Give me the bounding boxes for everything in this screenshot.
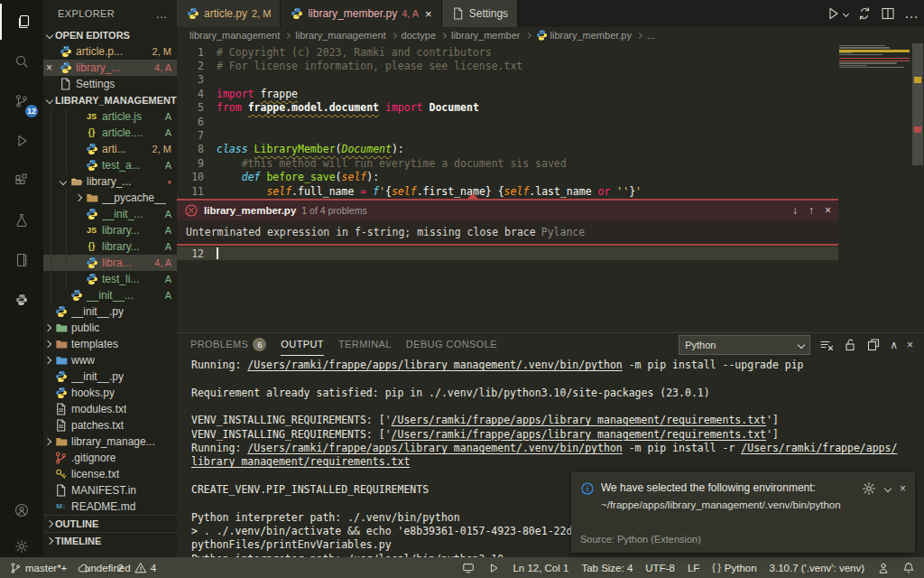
- split-editor-icon[interactable]: [881, 6, 895, 21]
- breadcrumb-item[interactable]: library_management: [189, 30, 280, 41]
- next-problem-icon[interactable]: ↓: [792, 204, 798, 217]
- tree-item[interactable]: MANIFEST.in: [43, 482, 177, 499]
- run-icon[interactable]: [826, 6, 840, 21]
- tree-item[interactable]: modules.txt: [43, 401, 177, 417]
- output-path-link[interactable]: /Users/ramki/frappe/apps/: [741, 442, 897, 454]
- chevron-down-icon[interactable]: [884, 485, 892, 492]
- output-path-link[interactable]: /Users/ramki/frappe/apps/library_managem…: [247, 359, 622, 371]
- tab-library_member-py[interactable]: library_member.py4, A×: [281, 0, 441, 27]
- tree-item[interactable]: {}article....A: [43, 125, 177, 141]
- tree-item[interactable]: test_li...A: [43, 271, 177, 287]
- tree-item[interactable]: library_...●: [43, 173, 177, 190]
- current-line[interactable]: 12: [177, 247, 838, 260]
- activity-item-source-control[interactable]: 12: [0, 83, 43, 119]
- sync-changes-icon[interactable]: [857, 6, 872, 21]
- tree-item[interactable]: {}library...A: [43, 238, 177, 255]
- tree-item[interactable]: __pycache__: [43, 190, 177, 206]
- tree-item[interactable]: __init__.py: [43, 368, 177, 385]
- unlock-icon[interactable]: [843, 338, 857, 352]
- run-dropdown-icon[interactable]: [843, 10, 849, 16]
- close-tab-icon[interactable]: ×: [425, 7, 432, 21]
- tree-item[interactable]: __init__.py: [43, 303, 177, 320]
- maximize-panel-icon[interactable]: ∧: [890, 339, 898, 351]
- open-editor-item[interactable]: Settings: [43, 76, 177, 92]
- panel-tab-output[interactable]: OUTPUT: [281, 333, 324, 356]
- activity-item-search[interactable]: [0, 43, 43, 79]
- activity-item-explorer[interactable]: [0, 4, 45, 40]
- previous-problem-icon[interactable]: ↑: [808, 204, 814, 217]
- activity-item-run-debug[interactable]: [0, 123, 43, 159]
- open-editor-item[interactable]: article.p...2, M: [43, 43, 177, 60]
- activity-item-notebook[interactable]: [0, 242, 43, 278]
- output-path-link[interactable]: /Users/ramki/frappe/apps/library_managem…: [392, 428, 766, 441]
- open-editors-header[interactable]: OPEN EDITORS: [43, 27, 177, 43]
- tree-item[interactable]: templates: [43, 336, 177, 352]
- status-3-10-7-venv-venv-[interactable]: 3.10.7 ('.venv': venv): [770, 563, 864, 573]
- notification-settings-icon[interactable]: [862, 481, 876, 496]
- status-2[interactable]: undefined2: [101, 563, 123, 573]
- more-actions-icon[interactable]: …: [904, 5, 919, 22]
- breadcrumb-item[interactable]: library_management: [295, 30, 385, 41]
- close-peek-icon[interactable]: ×: [825, 204, 831, 217]
- activity-item-account[interactable]: [0, 492, 43, 528]
- output-path-link[interactable]: /Users/ramki/frappe/apps/library_managem…: [247, 442, 622, 454]
- tree-item[interactable]: __init__...A: [43, 287, 177, 303]
- close-editor-icon[interactable]: ×: [43, 61, 55, 74]
- status-lf[interactable]: LF: [688, 563, 699, 573]
- close-panel-icon[interactable]: ×: [907, 339, 913, 351]
- tab-article-py[interactable]: article.py2, M: [177, 0, 281, 27]
- breadcrumb[interactable]: library_managementlibrary_managementdoct…: [177, 27, 924, 43]
- tree-item[interactable]: test_a...A: [43, 157, 177, 173]
- status-utf-8[interactable]: UTF-8: [645, 563, 675, 573]
- tab-settings[interactable]: Settings: [442, 0, 518, 27]
- clear-output-icon[interactable]: [819, 338, 834, 352]
- breadcrumb-item[interactable]: library_member.py: [550, 30, 632, 41]
- status-monitor[interactable]: [462, 561, 475, 575]
- timeline-section-header[interactable]: TIMELINE: [43, 532, 177, 549]
- tree-item[interactable]: __init_...A: [43, 206, 177, 222]
- outline-section-header[interactable]: OUTLINE: [43, 515, 177, 532]
- panel-tab-problems[interactable]: PROBLEMS6: [190, 333, 266, 355]
- tree-item[interactable]: JSarticle.jsA: [43, 108, 177, 125]
- output-path-link[interactable]: /Users/ramki/frappe/apps/library_managem…: [392, 414, 766, 426]
- panel-tab-terminal[interactable]: TERMINAL: [338, 333, 392, 355]
- close-notification-icon[interactable]: ×: [900, 482, 906, 495]
- tree-item[interactable]: hooks.py: [43, 385, 177, 401]
- activity-item-extensions[interactable]: [0, 163, 43, 199]
- status-ln-12-col-1[interactable]: Ln 12, Col 1: [513, 563, 568, 573]
- scrollbar-slider[interactable]: [912, 43, 923, 165]
- status-tab-size-4[interactable]: Tab Size: 4: [581, 563, 633, 573]
- status-bell[interactable]: [902, 561, 915, 575]
- activity-item-python[interactable]: [0, 282, 43, 318]
- tree-item[interactable]: libra...4, A: [43, 255, 177, 271]
- tree-item[interactable]: patches.txt: [43, 417, 177, 434]
- open-editor-item[interactable]: ×library_...4, A: [43, 60, 177, 76]
- open-output-window-icon[interactable]: [866, 338, 881, 352]
- tree-item[interactable]: public: [43, 320, 177, 336]
- activity-item-testing[interactable]: [0, 202, 43, 238]
- breadcrumb-item[interactable]: ...: [647, 30, 655, 41]
- minimap[interactable]: [839, 45, 910, 69]
- breadcrumb-item[interactable]: library_member: [451, 30, 520, 41]
- status-4[interactable]: 4: [134, 561, 156, 575]
- tree-item[interactable]: www: [43, 352, 177, 368]
- breadcrumb-item[interactable]: doctype: [402, 30, 437, 41]
- tree-item[interactable]: license.txt: [43, 466, 177, 482]
- project-section-header[interactable]: LIBRARY_MANAGEMENT: [43, 92, 177, 108]
- status-master-[interactable]: master*+: [9, 561, 67, 575]
- tree-item[interactable]: arti...2, M: [43, 141, 177, 157]
- output-path-link[interactable]: library_management/requirements.txt: [191, 455, 410, 468]
- status-python[interactable]: { }Python: [712, 563, 756, 573]
- output-channel-select[interactable]: Python: [679, 335, 810, 355]
- peek-message-row[interactable]: Unterminated expression in f-string; mis…: [177, 220, 838, 244]
- tree-item[interactable]: .gitignore: [43, 450, 177, 466]
- status-person[interactable]: [877, 561, 890, 575]
- tree-item[interactable]: library_manage...: [43, 434, 177, 450]
- tree-item[interactable]: M↓README.md: [43, 499, 177, 515]
- editor-scrollbar[interactable]: [911, 43, 924, 332]
- views-more-icon[interactable]: …: [156, 7, 168, 21]
- code-editor[interactable]: 1# Copyright (c) 2023, Ramki and contrib…: [177, 43, 924, 332]
- tree-item[interactable]: JSlibrary...A: [43, 222, 177, 238]
- panel-tab-debug-console[interactable]: DEBUG CONSOLE: [406, 333, 497, 355]
- status-play[interactable]: [487, 561, 500, 575]
